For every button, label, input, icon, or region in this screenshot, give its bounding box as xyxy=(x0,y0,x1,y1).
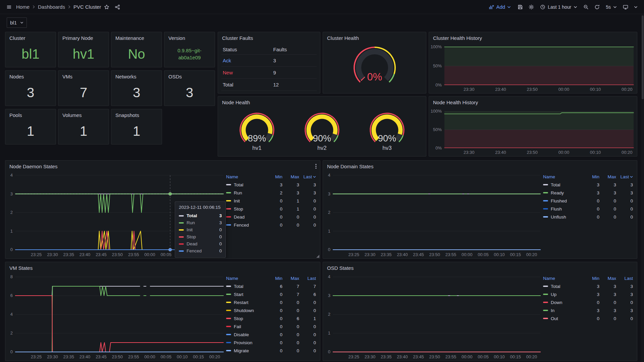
legend-series-label[interactable]: Init xyxy=(226,198,266,203)
vm-states-chart[interactable]: 0246823:2523:3023:3523:4023:4523:5023:55… xyxy=(5,274,226,361)
legend-series-label[interactable]: Down xyxy=(543,300,583,305)
legend-series-label[interactable]: In xyxy=(543,308,583,313)
legend-series-label[interactable]: Total xyxy=(543,182,583,187)
panel-title[interactable]: Volumes xyxy=(62,112,82,118)
osd-states-plot[interactable]: 0123423:2523:3023:3523:4023:4523:5023:55… xyxy=(323,274,543,361)
node-health-history-plot[interactable]: 0%50%100%23:3023:4023:5000:0000:1000:20 xyxy=(429,108,637,156)
fault-status[interactable]: Ack xyxy=(221,58,272,63)
legend-series-label[interactable]: Total xyxy=(226,284,266,289)
panel-title[interactable]: Nodes xyxy=(9,74,24,79)
legend-series-label[interactable]: Ready xyxy=(543,190,583,195)
node-daemon-states-chart[interactable]: 0123423:2523:3023:3523:4023:4523:5023:55… xyxy=(5,172,226,258)
legend-series-label[interactable]: Provision xyxy=(226,340,266,345)
panel-title[interactable]: Maintenance xyxy=(115,35,144,41)
panel-title[interactable]: Node Daemon States xyxy=(9,164,57,169)
panel-title[interactable]: Version xyxy=(168,35,185,41)
legend-col-last[interactable]: Last xyxy=(616,276,633,281)
node-health-history-chart[interactable]: 0%50%100%23:3023:4023:5000:0000:1000:20 xyxy=(429,108,637,156)
panel-resize-handle[interactable] xyxy=(316,255,319,258)
panel-title[interactable]: Node Health xyxy=(222,100,250,105)
legend-col-name[interactable]: Name xyxy=(226,174,266,179)
favorite-button[interactable] xyxy=(102,2,112,12)
legend-col-max[interactable]: Max xyxy=(282,276,299,281)
column-header-faults[interactable]: Faults xyxy=(272,47,288,52)
legend-series-label[interactable]: Migrate xyxy=(226,348,266,353)
panel-title[interactable]: Cluster Faults xyxy=(222,35,253,41)
legend-col-min[interactable]: Min xyxy=(266,174,282,179)
share-button[interactable] xyxy=(112,2,122,12)
panel-title[interactable]: OSD States xyxy=(327,265,354,271)
refresh-interval-picker[interactable]: 5s xyxy=(603,2,620,12)
cluster-health-history-plot[interactable]: 0%50%100%23:3023:4023:5000:0000:1000:20 xyxy=(429,44,637,93)
tv-mode-button[interactable] xyxy=(621,2,631,12)
vm-states-plot[interactable]: 0246823:2523:3023:3523:4023:4523:5023:55… xyxy=(5,274,226,361)
panel-title[interactable]: Cluster xyxy=(9,35,25,41)
zoom-out-button[interactable] xyxy=(581,2,591,12)
collapse-button[interactable] xyxy=(632,3,640,11)
legend-col-name[interactable]: Name xyxy=(543,174,583,179)
legend-col-max[interactable]: Max xyxy=(282,174,299,179)
panel-title[interactable]: OSDs xyxy=(168,74,182,79)
legend-last: 3 xyxy=(616,292,633,297)
osd-states-chart[interactable]: 0123423:2523:3023:3523:4023:4523:5023:55… xyxy=(323,274,543,361)
legend-series-label[interactable]: Fenced xyxy=(226,223,266,228)
svg-text:0%: 0% xyxy=(367,71,382,83)
breadcrumb-home-link[interactable]: Home xyxy=(16,4,30,10)
legend-series-label[interactable]: Restart xyxy=(226,300,266,305)
legend-series-label[interactable]: Dead xyxy=(226,215,266,220)
refresh-button[interactable] xyxy=(592,2,602,12)
legend-series-label[interactable]: Unflush xyxy=(543,215,583,220)
variable-selector[interactable]: bl1 xyxy=(7,17,27,28)
panel-title[interactable]: VM States xyxy=(9,265,33,271)
panel-title[interactable]: Cluster Health xyxy=(327,35,359,41)
panel-title[interactable]: Cluster Health History xyxy=(433,35,482,41)
legend-series-label[interactable]: Total xyxy=(543,284,583,289)
svg-text:23:45: 23:45 xyxy=(413,354,424,359)
dashboard-settings-button[interactable] xyxy=(526,2,536,12)
panel-title[interactable]: VMs xyxy=(62,74,72,79)
legend-series-label[interactable]: Flush xyxy=(543,206,583,212)
add-button[interactable]: Add xyxy=(485,2,514,12)
column-header-status[interactable]: Status xyxy=(221,47,272,52)
scrollbar-thumb[interactable] xyxy=(642,15,644,99)
legend-col-name[interactable]: Name xyxy=(226,276,266,281)
node-domain-states-chart[interactable]: 0123423:2523:3023:3523:4023:4523:5023:55… xyxy=(323,172,543,258)
legend-col-name[interactable]: Name xyxy=(543,276,583,281)
legend-series-label[interactable]: Shutdown xyxy=(226,308,266,313)
time-range-picker[interactable]: Last 1 hour xyxy=(537,2,580,12)
series-swatch xyxy=(226,200,231,201)
panel-title[interactable]: Node Domain States xyxy=(327,164,373,169)
legend-series-label[interactable]: Flushed xyxy=(543,198,583,203)
panel-title[interactable]: Snapshots xyxy=(115,112,139,118)
save-dashboard-button[interactable] xyxy=(515,2,525,12)
node-domain-states-plot[interactable]: 0123423:2523:3023:3523:4023:4523:5023:55… xyxy=(323,172,543,258)
panel-title[interactable]: Networks xyxy=(115,74,137,79)
legend-series-label[interactable]: Up xyxy=(543,292,583,297)
legend-col-last[interactable]: Last xyxy=(616,174,633,179)
panel-title[interactable]: Node Health History xyxy=(433,100,478,105)
legend-series-label[interactable]: Fail xyxy=(226,324,266,329)
breadcrumb-dashboards-link[interactable]: Dashboards xyxy=(38,4,65,10)
legend-col-min[interactable]: Min xyxy=(266,276,282,281)
panel-title[interactable]: Pools xyxy=(9,112,22,118)
legend-col-max[interactable]: Max xyxy=(599,276,616,281)
cluster-health-history-chart[interactable]: 0%50%100%23:3023:4023:5000:0000:1000:20 xyxy=(429,44,637,93)
legend-col-last[interactable]: Last xyxy=(299,174,316,179)
fault-status[interactable]: New xyxy=(221,70,272,75)
legend-series-label[interactable]: Start xyxy=(226,292,266,297)
legend-col-max[interactable]: Max xyxy=(599,174,616,179)
legend-col-min[interactable]: Min xyxy=(583,276,599,281)
legend-series-label[interactable]: Stop xyxy=(226,206,266,212)
panel-menu-button[interactable] xyxy=(315,163,317,170)
variable-bar: bl1 xyxy=(0,14,644,31)
legend-series-label[interactable]: Total xyxy=(226,182,266,187)
menu-button[interactable] xyxy=(4,2,14,12)
legend-series-label[interactable]: Stop xyxy=(226,316,266,321)
legend-series-label[interactable]: Run xyxy=(226,190,266,195)
fault-status[interactable]: Total xyxy=(221,82,272,87)
legend-series-label[interactable]: Out xyxy=(543,316,583,321)
legend-series-label[interactable]: Disable xyxy=(226,332,266,337)
panel-title[interactable]: Primary Node xyxy=(62,35,93,41)
legend-col-min[interactable]: Min xyxy=(583,174,599,179)
legend-col-last[interactable]: Last xyxy=(299,276,316,281)
